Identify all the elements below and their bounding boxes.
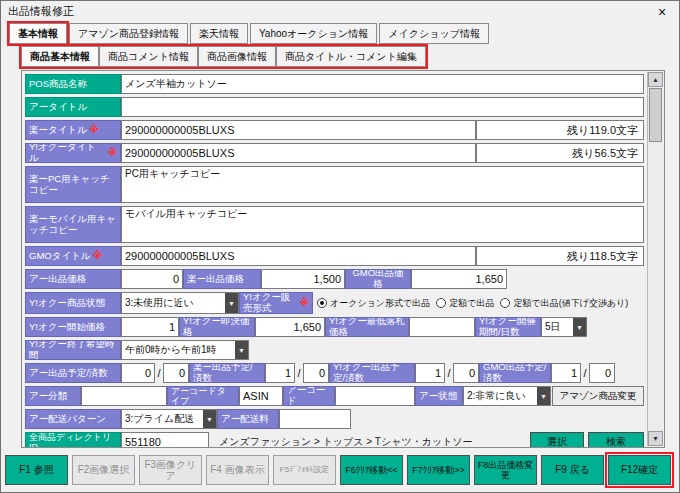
rakuten-title-remaining: 残り119.0文字: [476, 120, 644, 140]
directory-path-text: メンズファッション > トップス > Tシャツ・カットソー: [209, 432, 530, 448]
yahoo-min-price-input[interactable]: [409, 317, 475, 337]
gmo-count-planned-input[interactable]: [551, 363, 581, 383]
f6-move-prev-button[interactable]: F6ｸﾘｱ移動<<: [340, 455, 403, 485]
row-amazon-title: アータイトル: [25, 97, 644, 117]
rakuten-price-input[interactable]: [261, 269, 345, 289]
directory-search-button[interactable]: 検索: [588, 432, 644, 448]
radio-selected-icon: [317, 298, 327, 308]
sale-type-auction-radio[interactable]: オークション形式で出品: [317, 297, 430, 310]
yahoo-buyout-price-label: Y!オクー即決価格: [179, 317, 255, 337]
subtab-product-image[interactable]: 商品画像情報: [198, 46, 276, 67]
amazon-count-done-input[interactable]: [163, 363, 189, 383]
sale-type-fixed-label: 定額で出品: [449, 297, 494, 310]
row-yahoo-prices: Y!オクー開始価格 Y!オクー即決価格 Y!オクー最低落札価格 Y!オクー開催期…: [25, 317, 644, 337]
f12-confirm-button[interactable]: F12確定: [608, 455, 671, 485]
required-asterisk: ※: [89, 124, 99, 136]
row-amazon-details: アー分類 アーコードタイプ アーコード アー状態 2:非常に良い ▼ アマゾン商…: [25, 386, 644, 406]
yahoo-title-input[interactable]: [121, 143, 476, 163]
yahoo-condition-label: Y!オクー商品状態: [25, 292, 121, 314]
form-panel: POS商品名称 アータイトル 楽ータイトル ※ 残り119.0文字 Y!オクータ…: [21, 70, 665, 448]
scroll-down-icon[interactable]: ▼: [648, 431, 663, 446]
rakuten-count-planned-input[interactable]: [265, 363, 295, 383]
yahoo-end-time-label: Y!オクー終了希望時間: [25, 340, 121, 360]
amazon-product-change-button[interactable]: アマゾン商品変更: [552, 386, 644, 406]
f3-image-clear-button[interactable]: F3画像クリア: [139, 455, 202, 485]
chevron-down-icon: ▼: [235, 341, 248, 359]
rakuten-title-label-text: 楽ータイトル: [29, 125, 87, 136]
amazon-price-input[interactable]: [121, 269, 183, 289]
close-icon[interactable]: ×: [652, 4, 672, 20]
rakuten-title-input[interactable]: [121, 120, 476, 140]
amazon-code-input[interactable]: [335, 386, 415, 406]
gmo-count-done-input[interactable]: [589, 363, 615, 383]
sale-type-fixed-nego-radio[interactable]: 定額で出品(値下げ交渉あり): [500, 297, 628, 310]
rakuten-mobile-catch-textarea[interactable]: モバイル用キャッチコピー: [121, 206, 644, 243]
yahoo-period-select[interactable]: 5日 ▼: [541, 317, 587, 337]
main-tab-bar: 基本情報 アマゾン商品登録情報 楽天情報 Yahooオークション情報 メイクショ…: [9, 23, 679, 44]
yahoo-title-label: Y!オクータイトル ※: [25, 143, 121, 163]
amazon-ship-fee-input[interactable]: [279, 409, 351, 429]
subtab-product-comment[interactable]: 商品コメント情報: [99, 46, 198, 67]
f8-price-change-button[interactable]: F8出品価格変更: [474, 455, 537, 485]
amazon-count-label: アー出品予定/済数: [25, 363, 121, 383]
slash-separator: /: [581, 363, 589, 383]
amazon-category-input[interactable]: [81, 386, 167, 406]
yahoo-period-label: Y!オクー開催期間/日数: [475, 317, 541, 337]
tab-basic-info[interactable]: 基本情報: [9, 23, 67, 44]
amazon-title-input[interactable]: [121, 97, 644, 117]
amazon-category-label: アー分類: [25, 386, 81, 406]
sale-type-fixed-radio[interactable]: 定額で出品: [436, 297, 494, 310]
f2-image-select-button[interactable]: F2画像選択: [72, 455, 135, 485]
amazon-title-label: アータイトル: [25, 97, 121, 117]
sale-type-fixed-nego-label: 定額で出品(値下げ交渉あり): [513, 297, 628, 310]
f9-back-button[interactable]: F9 戻る: [541, 455, 604, 485]
gmo-price-input[interactable]: [411, 269, 507, 289]
vertical-scrollbar[interactable]: ▲ ▼: [647, 72, 663, 446]
f1-refer-button[interactable]: F1 参照: [5, 455, 68, 485]
f5-default-settings-button[interactable]: F5ﾃﾞﾌｫﾙﾄ設定: [273, 455, 336, 485]
tab-amazon-registration[interactable]: アマゾン商品登録情報: [69, 23, 188, 44]
rakuten-title-label: 楽ータイトル ※: [25, 120, 121, 140]
row-rakuten-title: 楽ータイトル ※ 残り119.0文字: [25, 120, 644, 140]
yahoo-end-time-select[interactable]: 午前0時から午前1時 ▼: [121, 340, 249, 360]
amazon-count-planned-input[interactable]: [121, 363, 155, 383]
row-rakuten-pc-catch: 楽ーPC用キャッチコピー PC用キャッチコピー: [25, 166, 644, 203]
yahoo-buyout-price-input[interactable]: [255, 317, 325, 337]
rakuten-count-done-input[interactable]: [303, 363, 329, 383]
amazon-ship-pattern-select[interactable]: 3:プライム配送 ▼: [121, 409, 217, 429]
amazon-code-type-label: アーコードタイプ: [167, 386, 239, 406]
f7-move-next-button[interactable]: F7ｸﾘｱ移動>>: [407, 455, 470, 485]
yahoo-condition-select[interactable]: 3:未使用に近い ▼: [121, 292, 239, 314]
tab-yahoo-auction[interactable]: Yahooオークション情報: [250, 23, 377, 44]
subtab-title-comment-edit[interactable]: 商品タイトル・コメント編集: [276, 46, 426, 67]
amazon-condition-select[interactable]: 2:非常に良い ▼: [463, 386, 551, 406]
slash-separator: /: [295, 363, 303, 383]
amazon-code-type-input[interactable]: [239, 386, 283, 406]
amazon-price-label: アー出品価格: [25, 269, 121, 289]
tab-makeshop[interactable]: メイクショップ情報: [379, 23, 489, 44]
directory-id-input[interactable]: [121, 432, 209, 448]
yahoo-count-label: Y!オクー出品予定/済数: [329, 363, 415, 383]
gmo-title-input[interactable]: [121, 246, 476, 266]
directory-id-label: 全商品ディレクトリID: [25, 432, 121, 448]
radio-unselected-icon: [436, 298, 446, 308]
required-asterisk: ※: [299, 297, 309, 309]
directory-select-button[interactable]: 選択: [530, 432, 584, 448]
scrollbar-thumb[interactable]: [649, 88, 662, 142]
rakuten-pc-catch-textarea[interactable]: PC用キャッチコピー: [121, 166, 644, 203]
edit-listing-window: 出品情報修正 × 基本情報 アマゾン商品登録情報 楽天情報 Yahooオークショ…: [0, 0, 680, 493]
yahoo-count-done-input[interactable]: [453, 363, 479, 383]
yahoo-count-planned-input[interactable]: [415, 363, 445, 383]
yahoo-title-remaining: 残り56.5文字: [476, 143, 644, 163]
gmo-price-label: GMO出品価格: [345, 269, 411, 289]
yahoo-start-price-label: Y!オクー開始価格: [25, 317, 121, 337]
row-yahoo-title: Y!オクータイトル ※ 残り56.5文字: [25, 143, 644, 163]
pos-name-input[interactable]: [121, 74, 644, 94]
yahoo-end-time-value: 午前0時から午前1時: [125, 343, 217, 357]
subtab-product-basic[interactable]: 商品基本情報: [21, 46, 99, 67]
f4-image-show-button[interactable]: F4 画像表示: [206, 455, 269, 485]
yahoo-start-price-input[interactable]: [121, 317, 179, 337]
tab-rakuten[interactable]: 楽天情報: [190, 23, 248, 44]
scroll-up-icon[interactable]: ▲: [648, 72, 663, 87]
row-amazon-shipping: アー配送パターン 3:プライム配送 ▼ アー配送料: [25, 409, 644, 429]
